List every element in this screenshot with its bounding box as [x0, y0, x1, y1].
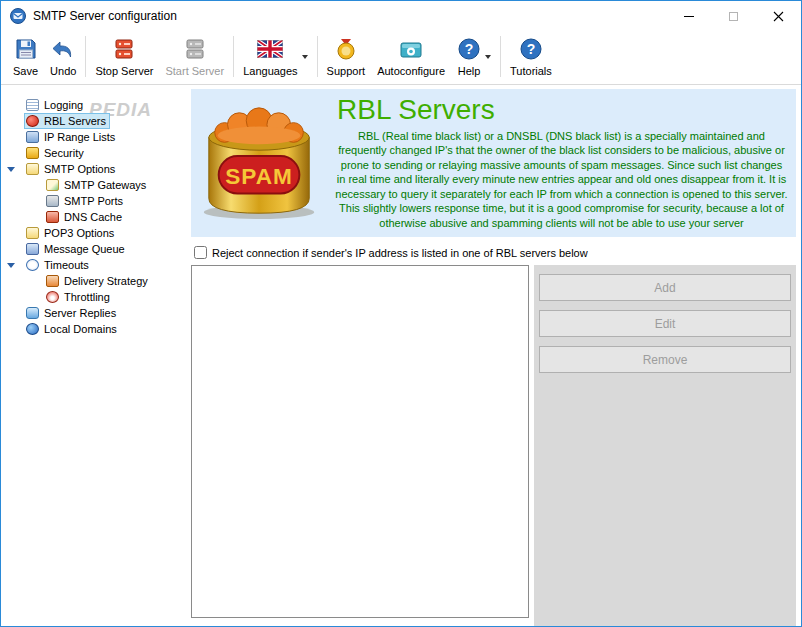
edit-button[interactable]: Edit — [539, 310, 791, 337]
sidebar-item-smtp-options[interactable]: SMTP Options — [1, 161, 188, 177]
save-button[interactable]: Save — [7, 33, 44, 80]
toolbar-separator — [317, 36, 318, 77]
sidebar-item-rbl-servers[interactable]: RBL Servers — [1, 113, 188, 129]
smtp-options-icon — [26, 163, 39, 175]
window-title: SMTP Server configuration — [33, 9, 666, 23]
rbl-server-list[interactable] — [191, 265, 529, 618]
sidebar-item-local-domains[interactable]: Local Domains — [1, 321, 188, 337]
smtp-gateways-icon — [46, 179, 59, 191]
rbl-servers-icon — [26, 115, 39, 127]
minimize-icon — [684, 16, 694, 17]
main-panel: SPAM RBL Servers RBL (Real time black li… — [188, 85, 801, 626]
stop-server-button[interactable]: Stop Server — [89, 33, 159, 80]
sidebar-item-smtp-ports[interactable]: SMTP Ports — [1, 193, 188, 209]
local-domains-icon — [26, 323, 39, 335]
smtp-ports-icon — [46, 195, 59, 207]
app-icon — [10, 8, 26, 24]
expand-arrow-icon[interactable] — [7, 167, 25, 172]
minimize-button[interactable] — [666, 1, 711, 31]
maximize-button[interactable] — [711, 1, 756, 31]
pop3-options-icon — [26, 227, 39, 239]
chevron-down-icon — [485, 55, 491, 59]
help-icon: ? — [457, 36, 481, 62]
sidebar-item-logging[interactable]: Logging — [1, 97, 188, 113]
add-button[interactable]: Add — [539, 274, 791, 301]
reject-connection-checkbox[interactable] — [194, 246, 207, 259]
help-button[interactable]: ? Help — [451, 33, 497, 80]
undo-button[interactable]: Undo — [44, 33, 82, 80]
expand-arrow-icon[interactable] — [7, 263, 25, 268]
sidebar-item-pop3-options[interactable]: POP3 Options — [1, 225, 188, 241]
remove-button[interactable]: Remove — [539, 346, 791, 373]
sidebar-item-server-replies[interactable]: Server Replies — [1, 305, 188, 321]
sidebar-item-dns-cache[interactable]: DNS Cache — [1, 209, 188, 225]
spam-can-illustration: SPAM — [197, 95, 325, 231]
rbl-header: SPAM RBL Servers RBL (Real time black li… — [191, 89, 796, 237]
sidebar-item-ip-range-lists[interactable]: IP Range Lists — [1, 129, 188, 145]
support-icon — [334, 36, 358, 62]
support-button[interactable]: Support — [321, 33, 372, 80]
delivery-strategy-icon — [46, 275, 59, 287]
server-replies-icon — [26, 307, 39, 319]
close-button[interactable] — [756, 1, 801, 31]
chevron-down-icon — [302, 55, 308, 59]
languages-flag-icon — [257, 36, 283, 62]
save-icon — [14, 36, 38, 62]
start-server-button[interactable]: Start Server — [159, 33, 230, 80]
svg-text:?: ? — [465, 41, 474, 57]
languages-button[interactable]: Languages — [237, 33, 313, 80]
security-icon — [26, 147, 39, 159]
rbl-button-panel: Add Edit Remove — [534, 265, 796, 626]
toolbar-separator — [500, 36, 501, 77]
sidebar-item-message-queue[interactable]: Message Queue — [1, 241, 188, 257]
stop-server-icon — [112, 36, 136, 62]
sidebar-item-throttling[interactable]: Throttling — [1, 289, 188, 305]
sidebar-item-smtp-gateways[interactable]: SMTP Gateways — [1, 177, 188, 193]
tutorials-icon: ? — [519, 36, 543, 62]
reject-connection-row: Reject connection if sender's IP address… — [191, 237, 796, 265]
dns-cache-icon — [46, 211, 59, 223]
message-queue-icon — [26, 243, 39, 255]
tutorials-button[interactable]: ? Tutorials — [504, 33, 558, 80]
autoconfigure-button[interactable]: Autoconfigure — [371, 33, 451, 80]
sidebar-item-security[interactable]: Security — [1, 145, 188, 161]
sidebar-item-delivery-strategy[interactable]: Delivery Strategy — [1, 273, 188, 289]
throttling-icon — [46, 291, 59, 303]
maximize-icon — [729, 12, 738, 21]
undo-icon — [51, 36, 75, 62]
logging-icon — [26, 99, 39, 111]
toolbar-separator — [85, 36, 86, 77]
navigation-tree: PEDIA Logging RBL Servers IP Range Lists… — [1, 85, 188, 626]
svg-text:SPAM: SPAM — [225, 164, 293, 189]
toolbar: Save Undo — [1, 31, 801, 85]
toolbar-separator — [233, 36, 234, 77]
ip-range-lists-icon — [26, 131, 39, 143]
timeouts-icon — [26, 259, 39, 271]
smtp-server-configuration-window: SMTP Server configuration — [0, 0, 802, 627]
page-title: RBL Servers — [337, 95, 788, 126]
sidebar-item-timeouts[interactable]: Timeouts — [1, 257, 188, 273]
titlebar: SMTP Server configuration — [1, 1, 801, 31]
page-description: RBL (Real time black list) or a DNSBL (D… — [335, 129, 788, 231]
svg-text:?: ? — [527, 41, 536, 57]
close-icon — [773, 11, 784, 22]
start-server-icon — [183, 36, 207, 62]
reject-connection-label: Reject connection if sender's IP address… — [212, 247, 588, 259]
autoconfigure-icon — [399, 36, 423, 62]
